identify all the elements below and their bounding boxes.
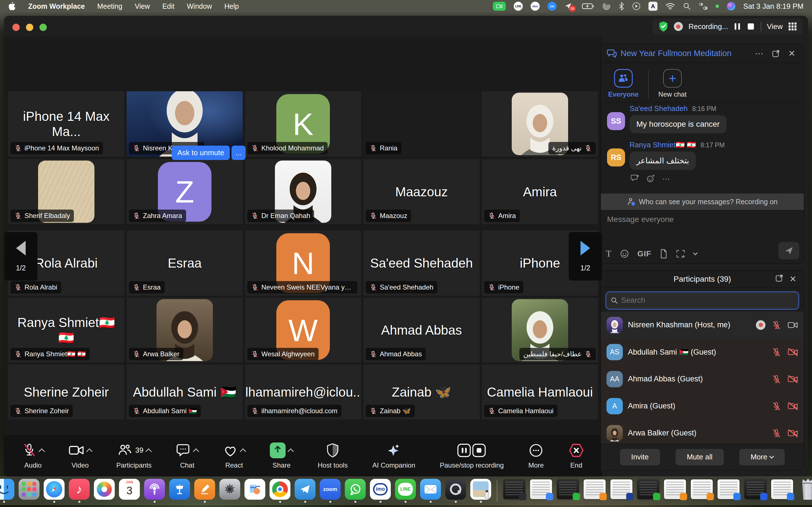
participant-row[interactable]: Nisreen Khashman (Host, me) [601, 312, 804, 339]
zoom-status-icon[interactable]: zm [548, 2, 557, 11]
dock-minimized-chrome-window[interactable] [529, 480, 553, 502]
chevron-up-icon[interactable] [86, 448, 93, 455]
video-tile[interactable]: AmiraAmira [482, 159, 598, 224]
chevron-up-icon[interactable] [39, 448, 45, 455]
toolbar-participants-button[interactable]: 39Participants [116, 442, 151, 469]
video-tile[interactable]: Arwa Balker [126, 298, 243, 362]
dock-keynote-icon[interactable] [169, 479, 190, 503]
dock-trash-icon[interactable] [797, 478, 812, 504]
dock-music-icon[interactable]: ♪ [68, 479, 90, 503]
gif-icon[interactable]: GIF [638, 249, 652, 258]
screenshot-chevron-icon[interactable] [693, 250, 698, 255]
dock-quicktime-icon[interactable] [445, 479, 466, 503]
send-button[interactable] [778, 242, 799, 260]
play-circle-icon[interactable] [632, 2, 641, 11]
participants-popout-icon[interactable] [773, 274, 785, 284]
minimize-window-button[interactable] [26, 24, 33, 31]
participants-close-button[interactable]: ✕ [787, 274, 799, 284]
chevron-up-icon[interactable] [288, 448, 294, 455]
view-button-label[interactable]: View [767, 22, 783, 31]
bluetooth-icon[interactable] [619, 2, 624, 11]
dock-chrome-icon[interactable] [269, 479, 291, 503]
format-text-icon[interactable]: T [606, 248, 612, 259]
attach-file-icon[interactable] [660, 249, 668, 259]
dock-telegram-icon[interactable] [294, 479, 316, 503]
video-tile[interactable]: Ranya Shmiet🇱🇧🇱🇧Ranya Shmiet🇱🇧 🇱🇧 [8, 298, 124, 362]
search-input[interactable] [621, 296, 794, 305]
dock-line-icon[interactable]: LINE [395, 479, 416, 503]
dock-minimized-pages-window[interactable] [583, 480, 606, 502]
participants-search-box[interactable] [606, 292, 798, 309]
video-tile[interactable]: Sherif Elbadaly [8, 159, 124, 224]
menu-edit[interactable]: Edit [162, 2, 174, 10]
toolbar-share-button[interactable]: Share [270, 442, 293, 469]
video-tile[interactable]: ilhamamireh@iclou...ilhamamireh@icloud.c… [245, 364, 361, 419]
menu-view[interactable]: View [135, 2, 150, 10]
popup-more-button[interactable]: ... [232, 146, 246, 160]
dock-calendar-icon[interactable]: JAN3 [119, 479, 140, 503]
participant-row[interactable]: Arwa Balker (Guest) [601, 420, 804, 444]
video-tile[interactable]: EsraaEsraa [126, 230, 243, 296]
dock-minimized-imo-window[interactable] [610, 480, 633, 502]
participant-row[interactable]: AAAhmad Abbas (Guest) [601, 365, 804, 393]
control-center-icon[interactable] [699, 2, 708, 11]
apple-logo-icon[interactable] [8, 2, 16, 11]
camera-off-icon[interactable] [788, 375, 798, 383]
dock-podcasts-icon[interactable] [144, 479, 165, 503]
toolbar-video-button[interactable]: Video [68, 442, 92, 469]
add-reaction-icon[interactable] [647, 174, 655, 184]
chevron-up-icon[interactable] [193, 448, 199, 455]
participant-row[interactable]: ASAbdullah Sami 🇯🇴 (Guest) [601, 339, 804, 365]
line-status-icon[interactable]: LINE [514, 2, 523, 11]
mute-all-button[interactable]: Mute all [675, 449, 724, 465]
dock-minimized-safari-window[interactable] [717, 480, 740, 502]
video-tile[interactable]: Dr Eman Qahah [245, 159, 361, 224]
video-tile[interactable]: NNeveen Sweis NEEVyana yoga [245, 230, 361, 296]
video-tile[interactable]: iPhone 14 Max Ma...iPhone 14 Max Maysoon [8, 91, 124, 157]
input-source-a-icon[interactable]: A [649, 2, 658, 11]
chat-close-button[interactable]: ✕ [786, 48, 798, 58]
chevron-up-icon[interactable] [240, 448, 246, 455]
video-tile[interactable]: Sherine ZoheirSherine Zoheir [8, 364, 124, 419]
camera-off-icon[interactable] [788, 429, 798, 438]
toolbar-react-button[interactable]: React [223, 442, 245, 469]
video-tile[interactable]: نهى قدورة [482, 91, 598, 157]
video-tile[interactable]: Zainab 🦋Zainab 🦋 [363, 364, 479, 419]
video-tile[interactable]: عطاف/حيفا فلسطين [482, 298, 598, 362]
screenshot-icon[interactable] [676, 249, 685, 258]
dock-minimized-quicktime-window[interactable] [503, 480, 526, 502]
toolbar-end-button[interactable]: End [568, 442, 584, 469]
invite-button[interactable]: Invite [620, 449, 660, 465]
close-window-button[interactable] [12, 24, 20, 31]
menu-meeting[interactable]: Meeting [97, 2, 122, 10]
dock-mail-icon[interactable] [420, 479, 441, 503]
zoom-window-button[interactable] [40, 24, 47, 31]
security-shield-icon[interactable] [659, 21, 668, 32]
toolbar-host-tools-button[interactable]: Host tools [318, 442, 348, 469]
chat-privacy-bar[interactable]: Who can see your messages? Recording on [601, 193, 804, 210]
battery-charging-icon[interactable] [582, 2, 594, 11]
toolbar-more-button[interactable]: More [528, 442, 544, 469]
chat-tab-new-chat[interactable]: + New chat [658, 69, 687, 98]
screen-mirroring-icon[interactable] [602, 2, 611, 11]
facetime-camera-icon[interactable] [493, 2, 506, 11]
video-tile[interactable]: ZZahra Amara [126, 159, 243, 224]
toolbar-ai-companion-button[interactable]: AI Companion [372, 442, 415, 469]
imo-status-icon[interactable]: imo [530, 2, 540, 11]
menu-window[interactable]: Window [187, 2, 212, 10]
toolbar-audio-button[interactable]: Audio [22, 442, 44, 469]
view-grid-icon[interactable] [788, 22, 797, 31]
dock-preview-icon[interactable] [470, 479, 492, 503]
dock-minimized-zoom-window[interactable] [744, 480, 767, 502]
reply-icon[interactable] [631, 174, 639, 184]
dock-imo-icon[interactable]: imo [370, 479, 391, 503]
camera-off-icon[interactable] [788, 402, 798, 410]
video-tile[interactable]: Abdullah Sami 🇯🇴Abdullah Sami 🇯🇴 [126, 364, 243, 419]
spotlight-search-icon[interactable] [683, 2, 691, 11]
dock-launchpad-icon[interactable] [18, 479, 40, 503]
chat-composer[interactable]: Message everyone T GIF [601, 210, 804, 263]
chat-popout-icon[interactable] [770, 50, 782, 57]
video-tile[interactable]: Camelia HamlaouiCamelia Hamlaoui [482, 364, 598, 419]
dock-minimized-pages-window[interactable] [690, 480, 713, 502]
dock-zoom-icon[interactable]: zoom [319, 479, 341, 503]
